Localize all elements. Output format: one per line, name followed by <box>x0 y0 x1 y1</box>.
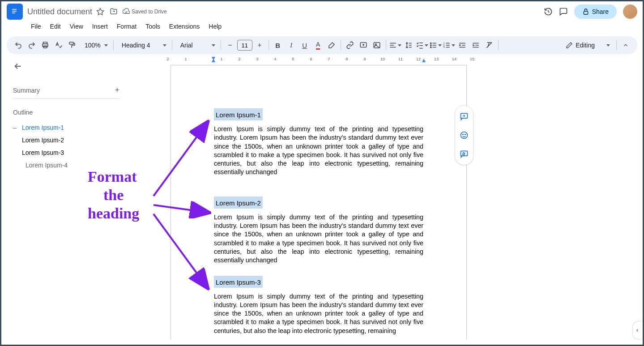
spellcheck-icon[interactable] <box>52 39 65 51</box>
underline-icon[interactable]: U <box>299 39 311 51</box>
italic-icon[interactable]: I <box>285 39 298 51</box>
svg-text:2: 2 <box>238 57 240 61</box>
outline-item-3[interactable]: Lorem Ipsum-3 <box>13 146 119 159</box>
svg-text:10: 10 <box>380 57 385 61</box>
outline-item-label: Lorem Ipsum-3 <box>22 149 64 156</box>
insert-image-icon[interactable] <box>371 39 383 51</box>
style-value: Heading 4 <box>119 42 153 49</box>
svg-text:15: 15 <box>470 57 474 61</box>
suggest-edit-icon[interactable] <box>458 148 470 160</box>
add-comment-action-icon[interactable] <box>458 110 470 123</box>
menu-edit[interactable]: Edit <box>47 21 64 32</box>
document-page[interactable]: Lorem Ipsum-1 Lorem Ipsum is simply dumm… <box>171 65 467 339</box>
saved-label: Saved to Drive <box>132 9 167 15</box>
link-icon[interactable] <box>344 39 356 51</box>
editing-mode-label: Editing <box>576 42 595 49</box>
increase-indent-icon[interactable] <box>469 39 482 51</box>
horizontal-ruler[interactable]: 21 123 456 789 101112 131415 <box>171 56 643 63</box>
summary-label: Summary <box>13 87 40 94</box>
menu-view[interactable]: View <box>66 21 87 32</box>
svg-text:6: 6 <box>310 57 312 61</box>
clear-format-icon[interactable] <box>483 39 495 51</box>
toolbar: 100% Heading 4 Arial 11 B I U A 123 Edit… <box>7 36 637 54</box>
undo-icon[interactable] <box>12 39 25 51</box>
save-status: Saved to Drive <box>123 8 167 15</box>
decrease-font-icon[interactable] <box>224 39 236 51</box>
redo-icon[interactable] <box>26 39 38 51</box>
svg-text:14: 14 <box>452 57 456 61</box>
menu-insert[interactable]: Insert <box>89 21 111 32</box>
heading-3[interactable]: Lorem Ipsum-3 <box>214 276 263 288</box>
annotation-arrow-3 <box>150 212 213 292</box>
paragraph[interactable]: Lorem Ipsum is simply dummy text of the … <box>214 213 423 265</box>
paragraph[interactable]: Lorem Ipsum is simply dummy text of the … <box>214 292 423 335</box>
bullet-list-icon[interactable] <box>429 39 442 51</box>
menu-file[interactable]: File <box>27 21 45 32</box>
svg-point-38 <box>461 132 468 139</box>
svg-text:1: 1 <box>184 57 187 61</box>
share-label: Share <box>592 8 609 15</box>
document-title[interactable]: Untitled document <box>27 7 92 17</box>
expand-side-panel-icon[interactable] <box>632 321 641 340</box>
history-icon[interactable] <box>544 7 553 16</box>
share-button[interactable]: Share <box>574 4 617 19</box>
menu-tools[interactable]: Tools <box>142 21 164 32</box>
outline-item-label: Lorem Ipsum-1 <box>22 124 64 131</box>
move-icon[interactable] <box>109 7 118 16</box>
print-icon[interactable] <box>39 39 51 51</box>
svg-text:2: 2 <box>166 57 169 61</box>
svg-text:1: 1 <box>220 57 222 61</box>
highlight-icon[interactable] <box>325 39 338 51</box>
svg-rect-3 <box>584 11 588 14</box>
paint-format-icon[interactable] <box>66 39 78 51</box>
style-dropdown[interactable]: Heading 4 <box>116 42 169 49</box>
svg-text:3: 3 <box>443 46 444 48</box>
annotation-arrow-1 <box>150 118 213 198</box>
svg-rect-2 <box>12 13 15 13</box>
docs-logo[interactable] <box>7 4 23 20</box>
back-arrow-icon[interactable] <box>13 61 119 73</box>
menu-help[interactable]: Help <box>205 21 225 32</box>
checklist-icon[interactable] <box>416 39 428 51</box>
add-summary-icon[interactable]: + <box>115 85 119 95</box>
outline-item-label: Lorem Ipsum-2 <box>22 137 64 144</box>
svg-rect-7 <box>69 42 73 44</box>
editing-mode-dropdown[interactable]: Editing <box>562 42 614 49</box>
font-size-input[interactable]: 11 <box>237 40 252 51</box>
svg-rect-0 <box>12 9 17 10</box>
outline-item-2[interactable]: Lorem Ipsum-2 <box>13 134 119 146</box>
svg-marker-35 <box>212 59 215 62</box>
title-bar: Untitled document Saved to Drive Share <box>1 1 643 19</box>
svg-point-12 <box>430 45 431 46</box>
heading-2[interactable]: Lorem Ipsum-2 <box>214 196 263 209</box>
annotation-text: Format the heading <box>88 168 139 222</box>
star-icon[interactable] <box>96 7 105 16</box>
svg-marker-36 <box>422 59 426 62</box>
svg-text:5: 5 <box>292 57 294 61</box>
bold-icon[interactable]: B <box>272 39 284 51</box>
menu-format[interactable]: Format <box>113 21 140 32</box>
comment-icon[interactable] <box>559 7 568 16</box>
paragraph[interactable]: Lorem Ipsum is simply dummy text of the … <box>214 125 423 177</box>
user-avatar[interactable] <box>623 4 637 19</box>
increase-font-icon[interactable] <box>253 39 266 51</box>
numbered-list-icon[interactable]: 123 <box>443 39 455 51</box>
svg-point-13 <box>430 47 431 47</box>
line-spacing-icon[interactable] <box>402 39 415 51</box>
svg-point-39 <box>463 134 464 135</box>
svg-rect-1 <box>12 11 17 12</box>
zoom-dropdown[interactable]: 100% <box>79 42 111 49</box>
zoom-value: 100% <box>82 42 103 49</box>
menu-extensions[interactable]: Extensions <box>166 21 203 32</box>
align-icon[interactable] <box>389 39 401 51</box>
svg-text:12: 12 <box>416 57 421 61</box>
add-comment-icon[interactable] <box>357 39 370 51</box>
heading-1[interactable]: Lorem Ipsum-1 <box>214 108 263 120</box>
decrease-indent-icon[interactable] <box>456 39 469 51</box>
collapse-toolbar-icon[interactable] <box>619 39 632 51</box>
font-dropdown[interactable]: Arial <box>175 42 218 49</box>
text-color-icon[interactable]: A <box>312 39 324 51</box>
emoji-reaction-icon[interactable] <box>458 129 470 141</box>
outline-item-1[interactable]: –Lorem Ipsum-1 <box>13 121 119 134</box>
svg-text:13: 13 <box>434 57 439 61</box>
